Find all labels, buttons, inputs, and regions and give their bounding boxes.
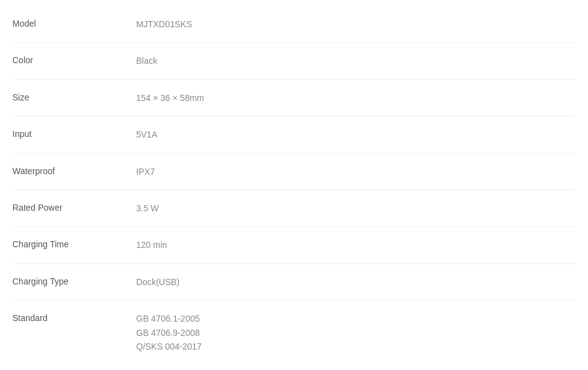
spec-row-size: Size154 × 36 × 58mm	[12, 80, 576, 117]
spec-label-rated-power: Rated Power	[12, 201, 136, 213]
spec-value-line: GB 4706.1-2005	[136, 312, 202, 325]
spec-row-waterproof: WaterproofIPX7	[12, 154, 576, 190]
spec-value-line: 3.5 W	[136, 201, 159, 215]
specs-table: ModelMJTXD01SKSColorBlackSize154 × 36 × …	[0, 0, 588, 370]
spec-label-waterproof: Waterproof	[12, 165, 136, 176]
spec-value-waterproof: IPX7	[136, 165, 155, 178]
spec-value-input: 5V1A	[136, 128, 157, 141]
spec-value-standard: GB 4706.1-2005GB 4706.9-2008Q/SKS 004-20…	[136, 312, 202, 353]
spec-value-line: Dock(USB)	[136, 275, 179, 289]
spec-row-rated-power: Rated Power3.5 W	[12, 190, 576, 227]
spec-value-line: Q/SKS 004-2017	[136, 340, 202, 353]
spec-label-input: Input	[12, 128, 136, 139]
spec-value-line: GB 4706.9-2008	[136, 326, 202, 340]
spec-label-standard: Standard	[12, 312, 136, 323]
spec-label-model: Model	[12, 17, 136, 29]
spec-row-charging-time: Charging Time120 min	[12, 227, 576, 263]
spec-value-line: IPX7	[136, 165, 155, 178]
spec-label-size: Size	[12, 91, 136, 102]
spec-row-charging-type: Charging TypeDock(USB)	[12, 264, 576, 301]
spec-row-input: Input5V1A	[12, 117, 576, 153]
spec-value-rated-power: 3.5 W	[136, 201, 159, 215]
spec-row-model: ModelMJTXD01SKS	[12, 6, 576, 43]
spec-value-line: MJTXD01SKS	[136, 17, 192, 31]
spec-value-line: 154 × 36 × 58mm	[136, 91, 204, 105]
spec-value-line: 120 min	[136, 238, 167, 252]
spec-value-line: Black	[136, 54, 157, 68]
spec-value-model: MJTXD01SKS	[136, 17, 192, 31]
spec-value-color: Black	[136, 54, 157, 68]
spec-row-standard: StandardGB 4706.1-2005GB 4706.9-2008Q/SK…	[12, 301, 576, 364]
spec-row-color: ColorBlack	[12, 43, 576, 79]
spec-label-color: Color	[12, 54, 136, 65]
spec-label-charging-type: Charging Type	[12, 275, 136, 286]
spec-value-size: 154 × 36 × 58mm	[136, 91, 204, 105]
spec-value-charging-type: Dock(USB)	[136, 275, 179, 289]
spec-value-line: 5V1A	[136, 128, 157, 141]
spec-value-charging-time: 120 min	[136, 238, 167, 252]
spec-label-charging-time: Charging Time	[12, 238, 136, 249]
